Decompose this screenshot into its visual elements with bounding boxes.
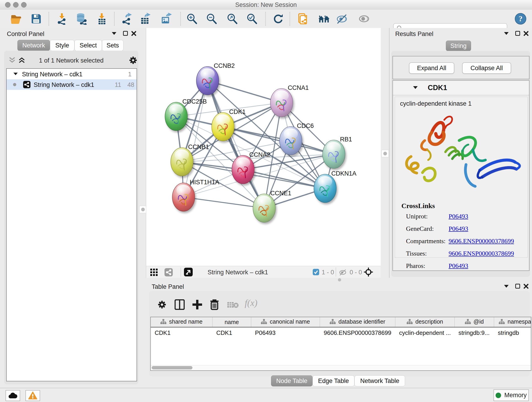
table-hscrollbar-thumb[interactable] xyxy=(152,366,192,370)
tab-network[interactable]: Network xyxy=(17,40,50,51)
panel-menu-icon[interactable] xyxy=(504,32,509,35)
left-splitter-handle[interactable] xyxy=(139,206,147,213)
memory-button[interactable]: Memory xyxy=(494,389,529,401)
edge-CCNB2-CCNE1[interactable] xyxy=(208,81,264,208)
gear-icon[interactable] xyxy=(128,56,138,65)
panel-float-icon[interactable] xyxy=(515,31,520,36)
crosslink-link[interactable]: 9606.ENSP00000378699 xyxy=(449,250,514,257)
refresh-icon[interactable] xyxy=(272,13,284,25)
table-cell[interactable]: stringdb:9... xyxy=(455,327,494,338)
panel-menu-icon[interactable] xyxy=(112,32,116,35)
graph-node-CCNA2[interactable] xyxy=(232,155,254,184)
warning-status-button[interactable] xyxy=(25,390,40,401)
export-image-icon[interactable] xyxy=(160,13,172,25)
crosslink-link[interactable]: P06493 xyxy=(449,262,468,269)
right-splitter-handle[interactable] xyxy=(381,150,389,157)
network-canvas[interactable]: CCNB2CCNA1CDC25BCDK1CDC6RB1CCNB1CCNA2CDK… xyxy=(146,28,381,266)
edge-CCNA2-CDKN1A[interactable] xyxy=(243,170,325,188)
column-header-namespac[interactable]: namespac xyxy=(494,317,531,327)
delete-column-icon[interactable] xyxy=(209,299,220,310)
panel-close-icon[interactable] xyxy=(131,31,137,36)
graph-node-CDKN1A[interactable] xyxy=(314,174,336,203)
tree-expander-icon[interactable] xyxy=(13,73,18,75)
panel-close-icon[interactable] xyxy=(523,283,529,289)
panel-float-icon[interactable] xyxy=(123,31,128,36)
fit-selected-icon[interactable] xyxy=(184,268,193,276)
open-session-icon[interactable] xyxy=(10,13,22,25)
network-share-icon[interactable] xyxy=(165,268,173,276)
selected-checkbox-icon[interactable] xyxy=(313,269,319,275)
show-panels-eye-icon[interactable] xyxy=(358,13,370,25)
string-import-icon[interactable] xyxy=(298,13,309,25)
homes-icon[interactable] xyxy=(318,13,330,25)
import-network-from-database-icon[interactable] xyxy=(75,13,87,25)
table-row[interactable]: CDK1CDK1P064939606.ENSP00000378699cyclin… xyxy=(151,327,531,338)
column-header-canonical-name[interactable]: canonical name xyxy=(251,317,320,327)
zoom-out-icon[interactable] xyxy=(206,13,218,25)
column-header-shared-name[interactable]: shared name xyxy=(151,317,212,327)
column-header-database-identifier[interactable]: database identifier xyxy=(320,317,395,327)
cloud-status-button[interactable] xyxy=(6,390,20,401)
panel-menu-icon[interactable] xyxy=(504,285,509,288)
graph-node-CCNB1[interactable] xyxy=(171,148,193,176)
table-cell[interactable]: CDK1 xyxy=(151,327,212,338)
birdseye-grid-icon[interactable] xyxy=(150,269,158,276)
graph-node-CDC6[interactable] xyxy=(279,127,302,155)
graph-node-CCNA1[interactable] xyxy=(270,89,293,117)
table-cell[interactable]: CDK1 xyxy=(212,327,251,338)
function-builder-icon[interactable]: f(x) xyxy=(245,298,258,308)
network-graph[interactable]: CCNB2CCNA1CDC25BCDK1CDC6RB1CCNB1CCNA2CDK… xyxy=(146,28,381,266)
import-network-icon[interactable] xyxy=(56,13,68,25)
graph-node-CDC25B[interactable] xyxy=(165,102,187,131)
zoom-in-icon[interactable] xyxy=(186,13,198,25)
graph-node-HIST1H1A[interactable] xyxy=(172,183,195,211)
export-table-icon[interactable] xyxy=(139,13,151,25)
node-table[interactable]: shared namenamecanonical namedatabase id… xyxy=(151,317,531,338)
edge-CCNE1-HIST1H1A[interactable] xyxy=(184,197,264,208)
expand-all-button[interactable]: Expand All xyxy=(409,62,454,74)
tab-string[interactable]: String xyxy=(446,41,471,51)
panel-close-icon[interactable] xyxy=(523,31,529,36)
table-cell[interactable]: P06493 xyxy=(251,327,320,338)
tab-edge-table[interactable]: Edge Table xyxy=(312,375,355,386)
hide-panels-eye-icon[interactable] xyxy=(336,13,348,25)
zoom-fit-icon[interactable] xyxy=(226,13,238,25)
delete-table-icon[interactable] xyxy=(227,301,239,309)
graph-node-RB1[interactable] xyxy=(323,140,345,168)
zoom-selected-icon[interactable] xyxy=(246,13,258,25)
collapse-all-button[interactable]: Collapse All xyxy=(462,62,511,74)
table-gear-icon[interactable] xyxy=(157,300,167,309)
crosshair-icon[interactable] xyxy=(364,268,373,277)
tab-node-table[interactable]: Node Table xyxy=(271,375,312,386)
tab-sets[interactable]: Sets xyxy=(102,40,123,51)
graph-node-CCNE1[interactable] xyxy=(253,194,275,222)
column-header-description[interactable]: description xyxy=(395,317,455,327)
table-cell[interactable]: 9606.ENSP00000378699 xyxy=(320,327,395,338)
right-splitter[interactable] xyxy=(381,28,389,278)
tab-select[interactable]: Select xyxy=(75,40,102,51)
crosslink-link[interactable]: P06493 xyxy=(449,213,468,220)
column-header--id[interactable]: @id xyxy=(455,317,494,327)
network-collection-row[interactable]: String Network – cdk1 1 xyxy=(7,69,137,79)
crosslink-link[interactable]: P06493 xyxy=(449,225,468,232)
hidden-eye-icon[interactable] xyxy=(339,268,347,276)
table-cell[interactable]: stringdb xyxy=(494,327,531,338)
help-icon[interactable]: ? xyxy=(515,13,526,25)
show-columns-icon[interactable] xyxy=(175,299,185,310)
graph-node-CDK1[interactable] xyxy=(212,113,234,141)
add-column-icon[interactable] xyxy=(192,299,203,310)
table-hscrollbar[interactable] xyxy=(151,365,531,370)
table-cell[interactable]: cyclin-dependent ... xyxy=(395,327,455,338)
card-expander-icon[interactable] xyxy=(413,86,418,89)
network-row-selected[interactable]: String Network – cdk1 11 48 xyxy=(7,79,137,90)
splitter-grip-dot[interactable] xyxy=(338,278,341,281)
save-session-icon[interactable] xyxy=(30,13,42,25)
panel-float-icon[interactable] xyxy=(515,284,520,288)
crosslink-link[interactable]: 9606.ENSP00000378699 xyxy=(449,237,514,245)
export-network-icon[interactable] xyxy=(121,13,133,25)
import-table-icon[interactable] xyxy=(96,13,108,25)
graph-node-CCNB2[interactable] xyxy=(196,66,219,95)
column-header-name[interactable]: name xyxy=(212,317,251,327)
tab-style[interactable]: Style xyxy=(50,40,75,51)
tab-network-table[interactable]: Network Table xyxy=(355,375,405,386)
